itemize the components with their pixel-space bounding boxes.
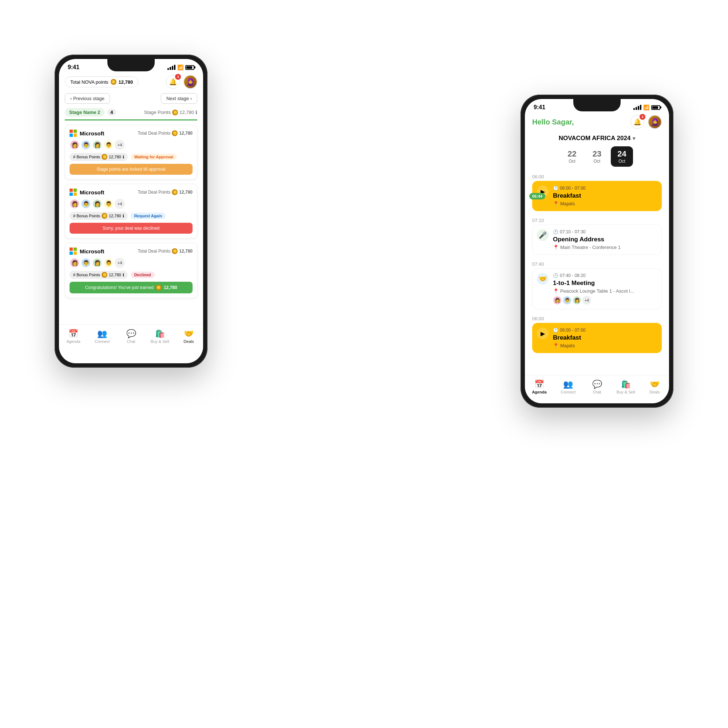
stage-name: Stage Name 2 xyxy=(65,108,104,116)
time-label-710: 07:10 xyxy=(532,215,662,225)
deal-card-3: Microsoft Total Deal Points 🪙 12,780 👩 👨… xyxy=(65,243,197,298)
p2-nav-deals[interactable]: 🤝 Deals xyxy=(640,378,669,396)
phone2-header: Hello Sagar, 🔔 3 🧕 xyxy=(525,112,669,133)
hello-greeting: Hello Sagar, xyxy=(532,118,574,126)
breakfast-event-1[interactable]: ▶ 🕐 06:00 - 07:00 Breakfast 📍 Majalis xyxy=(532,181,662,211)
att-2: 👨 xyxy=(563,296,572,305)
date-tab-24[interactable]: 24 Oct xyxy=(611,146,633,167)
mini-avatar: 👩 xyxy=(70,199,80,209)
date-23-day: 23 xyxy=(593,149,601,159)
congrats-bar-3: Congratulations! You've just earned 🪙 12… xyxy=(70,282,193,294)
location-icon-2: 📍 xyxy=(553,245,559,250)
next-stage-label: Next stage › xyxy=(166,96,192,101)
p2-notification-bell[interactable]: 🔔 3 xyxy=(630,115,644,129)
location-icon-3: 📍 xyxy=(553,288,559,294)
declined-bar-2: Sorry, your deal was declined xyxy=(70,223,193,234)
opening-location: 📍 Main Theatre - Conference 1 xyxy=(553,245,657,250)
time-label-600b: 06:00 xyxy=(532,313,662,323)
time-label-740: 07:40 xyxy=(532,258,662,268)
date-tab-22[interactable]: 22 Oct xyxy=(561,146,583,167)
breakfast-event-2[interactable]: ▶ 🕐 06:00 - 07:00 Breakfast 📍 Majalis xyxy=(532,323,662,353)
mini-avatar: 👨 xyxy=(81,258,91,268)
clock-icon-4: 🕐 xyxy=(553,327,558,333)
more-avatars-3: +4 xyxy=(115,258,125,268)
nav-connect[interactable]: 👥 Connect xyxy=(88,327,116,345)
company-name-1: Microsoft xyxy=(70,130,104,137)
event-selector[interactable]: NOVACOM AFRICA 2024 ▾ xyxy=(525,133,669,146)
p2-buysell-label: Buy & Sell xyxy=(616,390,635,394)
stage-points-section: Stage Points 🪙 12,780 ℹ xyxy=(144,110,197,115)
phone1-status-icons: 📶 xyxy=(167,64,194,70)
opening-address-event[interactable]: 🎤 🕐 07:10 - 07:30 Opening Address 📍 Main… xyxy=(532,225,662,255)
microsoft-logo-1 xyxy=(70,130,77,137)
p2-connect-icon: 👥 xyxy=(563,380,573,389)
meeting-title: 1-to-1 Meeting xyxy=(553,280,657,287)
phone1-bottom-nav: 📅 Agenda 👥 Connect 💬 Chat 🛍️ Buy & Sell … xyxy=(59,324,203,352)
nav-chat[interactable]: 💬 Chat xyxy=(116,327,145,345)
breakfast-content-2: 🕐 06:00 - 07:00 Breakfast 📍 Majalis xyxy=(537,327,657,348)
p2-deals-label: Deals xyxy=(649,390,659,394)
p2-header-icons: 🔔 3 🧕 xyxy=(630,115,662,129)
deal-card-1: Microsoft Total Deal Points 🪙 12,780 👩 👨… xyxy=(65,125,197,179)
nav-deals[interactable]: 🤝 Deals xyxy=(174,327,203,345)
chat-icon: 💬 xyxy=(126,329,136,338)
mini-avatar: 👨 xyxy=(81,140,91,150)
p2-nav-buysell[interactable]: 🛍️ Buy & Sell xyxy=(612,378,640,396)
attendee-avatars: 👩 👨 👩 +4 xyxy=(553,296,657,305)
connect-icon: 👥 xyxy=(97,329,107,338)
date-tabs: 22 Oct 23 Oct 24 Oct xyxy=(525,146,669,171)
location-icon: 📍 xyxy=(553,201,559,206)
next-stage-button[interactable]: Next stage › xyxy=(161,93,197,104)
mini-avatar: 👨 xyxy=(103,258,113,268)
mini-avatar: 👨 xyxy=(81,199,91,209)
nav-chat-label: Chat xyxy=(127,339,135,344)
status-badge-2[interactable]: Request Again xyxy=(131,213,166,219)
locked-bar-1: Stage points are locked till approval xyxy=(70,164,193,175)
more-avatars: +4 xyxy=(115,140,125,150)
stage-count: 4 xyxy=(107,109,116,116)
prev-stage-button[interactable]: ‹ Previous stage xyxy=(65,93,110,104)
nova-label: Total NOVA points xyxy=(70,80,109,85)
att-1: 👩 xyxy=(553,296,562,305)
att-3: 👩 xyxy=(573,296,581,305)
p2-nav-agenda[interactable]: 📅 Agenda xyxy=(525,378,554,396)
nav-agenda[interactable]: 📅 Agenda xyxy=(59,327,88,345)
more-avatars-2: +4 xyxy=(115,199,125,209)
agenda-list[interactable]: 06:00 ▶ 🕐 06:00 - 07:00 Breakfast 📍 xyxy=(525,171,669,375)
nav-buysell[interactable]: 🛍️ Buy & Sell xyxy=(145,327,174,345)
phone1-header: Total NOVA points 🪙 12,780 🔔 3 🧕 xyxy=(59,72,203,93)
opening-title: Opening Address xyxy=(553,236,657,243)
user-avatar[interactable]: 🧕 xyxy=(184,75,197,89)
phone1-notch xyxy=(107,59,155,71)
deals-list[interactable]: Microsoft Total Deal Points 🪙 12,780 👩 👨… xyxy=(59,121,203,324)
deals-icon: 🤝 xyxy=(184,329,194,338)
battery-icon xyxy=(185,65,194,70)
p2-nav-chat[interactable]: 💬 Chat xyxy=(583,378,611,396)
mini-avatar: 👨 xyxy=(103,199,113,209)
p2-battery-icon xyxy=(651,105,660,110)
meeting-event[interactable]: 🤝 🕐 07:40 - 08:20 1-to-1 Meeting 📍 Peaco… xyxy=(532,268,662,309)
clock-icon: 🕐 xyxy=(553,186,558,191)
info-icon: ℹ xyxy=(196,110,197,115)
p2-nav-connect[interactable]: 👥 Connect xyxy=(554,378,583,396)
signal-icon xyxy=(167,65,176,70)
stage-points-label: Stage Points xyxy=(144,110,171,115)
p2-user-avatar[interactable]: 🧕 xyxy=(648,115,662,129)
breakfast-title-1: Breakfast xyxy=(553,192,657,199)
date-23-month: Oct xyxy=(594,159,601,164)
date-22-day: 22 xyxy=(567,149,576,159)
nova-points-value: 12,780 xyxy=(119,80,133,85)
notif-badge: 3 xyxy=(175,74,181,80)
event-name: NOVACOM AFRICA 2024 xyxy=(559,135,631,142)
avatar-row-3: 👩 👨 👩 👨 +4 xyxy=(70,258,193,268)
clock-icon-2: 🕐 xyxy=(553,229,558,234)
stage-coin-icon: 🪙 xyxy=(172,110,178,115)
meeting-icon: 🤝 xyxy=(537,273,549,284)
bonus-badge-1: # Bonus Points 🪙 12,780 ℹ xyxy=(70,153,128,161)
phone1-screen: 9:41 📶 Total NOVA points 🪙 12,780 xyxy=(59,59,203,363)
stage-points-value: 12,780 xyxy=(179,110,194,115)
deal-info-row-1: # Bonus Points 🪙 12,780 ℹ Waiting for Ap… xyxy=(70,153,193,161)
date-tab-23[interactable]: 23 Oct xyxy=(586,146,608,167)
notification-bell[interactable]: 🔔 3 xyxy=(166,75,180,89)
breakfast-event-wrapper: ▶ 🕐 06:00 - 07:00 Breakfast 📍 Majalis xyxy=(532,181,662,211)
